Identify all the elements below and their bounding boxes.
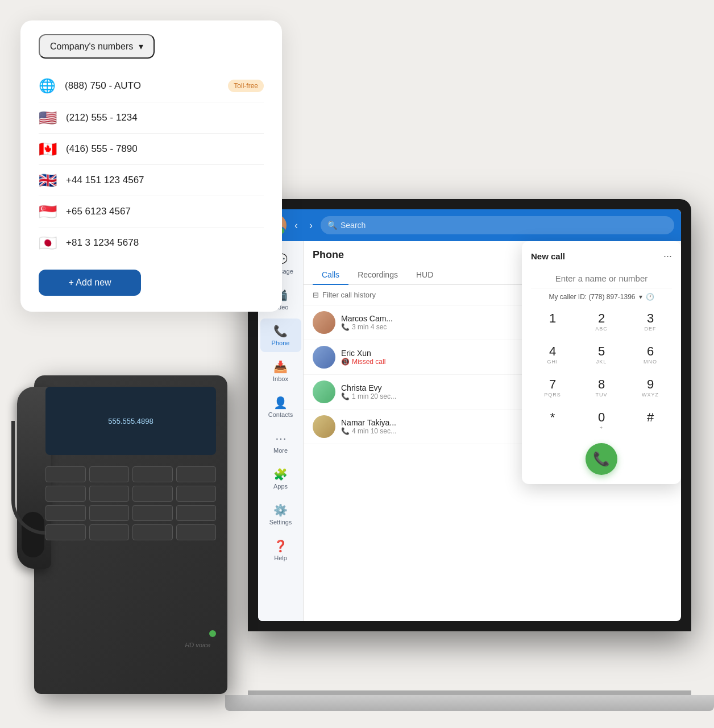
chevron-down-icon: ▾ — [139, 41, 143, 52]
dial-key-5[interactable]: 5 JKL — [580, 342, 623, 369]
company-numbers-dropdown[interactable]: Company's numbers ▾ — [39, 34, 155, 59]
dial-key-2[interactable]: 2 ABC — [580, 309, 623, 336]
number-text: (888) 750 - AUTO — [65, 80, 219, 92]
phone-hardware-key — [45, 466, 86, 482]
dial-key-letters: PQRS — [544, 392, 561, 399]
number-text: +44 151 123 4567 — [66, 175, 264, 186]
sidebar-item-settings[interactable]: ⚙️ Settings — [260, 498, 301, 531]
dial-key-number: 9 — [647, 378, 654, 391]
number-item[interactable]: 🇸🇬+65 6123 4567 — [39, 196, 264, 228]
dial-key-8[interactable]: 8 TUV — [580, 375, 623, 402]
sidebar-item-apps[interactable]: 🧩 Apps — [260, 462, 301, 495]
dial-key-6[interactable]: 6 MNO — [629, 342, 672, 369]
dial-key-number: 6 — [647, 345, 654, 358]
call-avatar — [313, 346, 335, 369]
number-item[interactable]: 🇬🇧+44 151 123 4567 — [39, 165, 264, 196]
dial-key-1[interactable]: 1 — [531, 309, 574, 336]
dial-key-4[interactable]: 4 GHI — [531, 342, 574, 369]
sidebar-label-contacts: Contacts — [268, 411, 293, 418]
nav-back-button[interactable]: ‹ — [291, 217, 301, 234]
flag-icon: 🇺🇸 — [39, 110, 57, 125]
dialpad-input[interactable] — [531, 269, 672, 288]
dial-key-*[interactable]: * — [531, 408, 574, 435]
filter-icon: ⊟ — [313, 291, 319, 299]
number-text: +65 6123 4567 — [66, 206, 264, 217]
dial-key-letters: DEF — [645, 326, 657, 333]
status-indicator — [209, 630, 216, 637]
tab-calls[interactable]: Calls — [313, 266, 348, 285]
laptop-screen: ‹ › 🔍 Search 💬 Message 📹 Video 📞 Phone 📥… — [258, 209, 681, 621]
dialpad-more-button[interactable]: ··· — [663, 250, 672, 262]
more-icon: ⋯ — [275, 432, 287, 445]
call-button[interactable]: 📞 — [586, 443, 617, 475]
dial-key-0[interactable]: 0 + — [580, 408, 623, 435]
dial-key-number: 0 — [598, 411, 605, 424]
dial-key-7[interactable]: 7 PQRS — [531, 375, 574, 402]
number-item[interactable]: 🌐(888) 750 - AUTOToll-free — [39, 70, 264, 102]
dial-key-3[interactable]: 3 DEF — [629, 309, 672, 336]
call-duration: 3 min 4 sec — [352, 323, 387, 331]
number-text: +81 3 1234 5678 — [66, 237, 264, 249]
call-type-icon: 📞 — [341, 392, 350, 400]
tab-hud[interactable]: HUD — [407, 266, 442, 285]
phone-hardware-key — [89, 486, 130, 502]
caller-id-row: My caller ID: (778) 897-1396 ▾ 🕐 — [531, 293, 672, 301]
sidebar-item-phone[interactable]: 📞 Phone — [260, 318, 301, 352]
sidebar-item-more[interactable]: ⋯ More — [260, 426, 301, 460]
phone-icon: 📞 — [273, 324, 288, 338]
help-icon: ❓ — [273, 539, 288, 553]
search-icon: 🔍 — [327, 221, 337, 230]
filter-label: Filter call history — [322, 291, 376, 299]
tab-recordings[interactable]: Recordings — [348, 266, 407, 285]
flag-icon: 🇨🇦 — [39, 142, 57, 156]
number-item[interactable]: 🇨🇦(416) 555 - 7890 — [39, 134, 264, 165]
dialpad-grid: 1 2 ABC 3 DEF 4 GHI 5 JKL 6 MNO 7 PQRS 8… — [531, 309, 672, 435]
phone-brand-label: HD voice — [185, 642, 210, 648]
numbers-list: 🌐(888) 750 - AUTOToll-free🇺🇸(212) 555 - … — [39, 70, 264, 258]
phone-hardware-key — [45, 524, 86, 540]
recent-calls-icon[interactable]: 🕐 — [646, 293, 654, 301]
dial-key-number: 2 — [598, 312, 605, 325]
flag-icon: 🇯🇵 — [39, 235, 57, 250]
dialpad-header: New call ··· — [531, 250, 672, 262]
dial-key-9[interactable]: 9 WXYZ — [629, 375, 672, 402]
phone-keypad — [45, 466, 216, 540]
add-new-button[interactable]: + Add new — [39, 270, 141, 296]
numbers-card: Company's numbers ▾ 🌐(888) 750 - AUTOTol… — [20, 20, 282, 312]
call-duration: Missed call — [352, 358, 385, 366]
call-avatar — [313, 311, 335, 334]
phone-screen-text: 555.555.4898 — [108, 417, 153, 425]
number-text: (212) 555 - 1234 — [66, 112, 264, 123]
phone-hardware-key — [132, 505, 173, 521]
number-text: (416) 555 - 7890 — [66, 143, 264, 155]
call-type-icon: 📞 — [341, 323, 350, 331]
settings-icon: ⚙️ — [273, 503, 288, 517]
dropdown-label: Company's numbers — [50, 42, 133, 52]
search-bar[interactable]: 🔍 Search — [321, 216, 674, 234]
dial-key-number: * — [550, 411, 555, 424]
phone-hardware-key — [45, 505, 86, 521]
dial-key-number: 5 — [598, 345, 605, 358]
phone-hardware-key — [176, 486, 217, 502]
flag-icon: 🇬🇧 — [39, 173, 57, 188]
sidebar-label-help: Help — [274, 555, 287, 561]
phone-hardware-key — [176, 466, 217, 482]
number-item[interactable]: 🇯🇵+81 3 1234 5678 — [39, 228, 264, 258]
sidebar-label-phone: Phone — [272, 340, 290, 346]
phone-screen: 555.555.4898 — [45, 387, 216, 455]
screen-bezel: ‹ › 🔍 Search 💬 Message 📹 Video 📞 Phone 📥… — [248, 199, 691, 631]
sidebar-item-help[interactable]: ❓ Help — [260, 533, 301, 567]
toll-free-badge: Toll-free — [228, 80, 264, 92]
phone-hardware-key — [176, 505, 217, 521]
phone-hardware-key — [132, 466, 173, 482]
phone-hardware-key — [176, 524, 217, 540]
number-item[interactable]: 🇺🇸(212) 555 - 1234 — [39, 102, 264, 134]
sidebar-label-more: More — [273, 447, 288, 454]
sidebar-item-inbox[interactable]: 📥 Inbox — [260, 354, 301, 388]
dial-key-#[interactable]: # — [629, 408, 672, 435]
sidebar-item-contacts[interactable]: 👤 Contacts — [260, 390, 301, 424]
nav-forward-button[interactable]: › — [306, 217, 316, 234]
search-label: Search — [341, 221, 366, 230]
dial-key-letters: TUV — [596, 392, 608, 399]
call-avatar — [313, 415, 335, 438]
